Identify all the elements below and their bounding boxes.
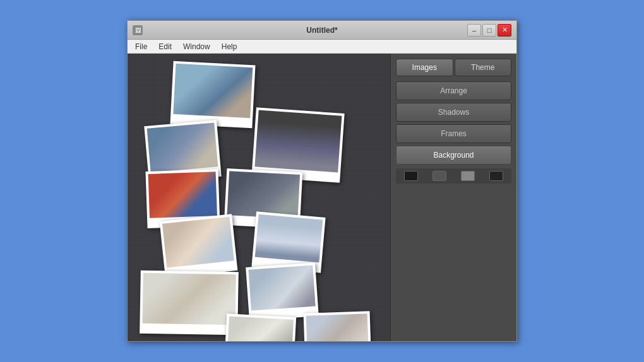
color-row — [396, 168, 511, 184]
photo-10[interactable] — [224, 313, 296, 341]
photo-11[interactable] — [304, 311, 372, 341]
tab-images[interactable]: Images — [396, 59, 453, 76]
photo-1[interactable] — [170, 61, 255, 129]
close-button[interactable]: ✕ — [498, 24, 511, 37]
tab-theme[interactable]: Theme — [455, 59, 512, 76]
background-button[interactable]: Background — [396, 146, 511, 165]
menu-file[interactable]: File — [130, 41, 152, 52]
sidebar: Images Theme Arrange Shadows Frames Back… — [390, 54, 516, 341]
window-controls: – □ ✕ — [467, 24, 511, 37]
minimize-button[interactable]: – — [467, 24, 481, 37]
photo-8-image — [142, 273, 236, 325]
titlebar: 🖼 Untitled* – □ ✕ — [128, 21, 516, 40]
tab-row: Images Theme — [396, 59, 511, 76]
arrange-button[interactable]: Arrange — [396, 81, 511, 100]
content-area: Images Theme Arrange Shadows Frames Back… — [128, 54, 516, 341]
photo-6-image — [162, 217, 234, 268]
photo-1-image — [173, 64, 253, 118]
color-swatch-3[interactable] — [461, 171, 475, 181]
menu-help[interactable]: Help — [217, 41, 242, 52]
shadows-button[interactable]: Shadows — [396, 103, 511, 122]
photo-9-image — [248, 266, 315, 311]
color-swatch-4[interactable] — [489, 171, 503, 181]
menu-window[interactable]: Window — [178, 41, 215, 52]
menubar: File Edit Window Help — [128, 40, 516, 54]
photo-4-image — [148, 172, 217, 218]
photo-3-image — [254, 110, 342, 173]
photo-canvas — [128, 54, 390, 341]
photo-10-image — [227, 316, 294, 341]
window-title: Untitled* — [306, 26, 337, 35]
photo-2-image — [147, 122, 218, 172]
photo-11-image — [306, 313, 369, 341]
main-window: 🖼 Untitled* – □ ✕ File Edit Window Help — [127, 20, 517, 342]
color-swatch-2[interactable] — [432, 171, 446, 181]
titlebar-left: 🖼 — [133, 25, 143, 35]
menu-edit[interactable]: Edit — [153, 41, 177, 52]
photo-7-image — [255, 214, 323, 263]
color-swatch-1[interactable] — [404, 171, 418, 181]
photo-9[interactable] — [246, 262, 319, 320]
frames-button[interactable]: Frames — [396, 124, 511, 143]
photo-6[interactable] — [160, 214, 238, 278]
maximize-button[interactable]: □ — [482, 24, 496, 37]
photo-8[interactable] — [140, 271, 239, 336]
app-icon: 🖼 — [133, 25, 143, 35]
